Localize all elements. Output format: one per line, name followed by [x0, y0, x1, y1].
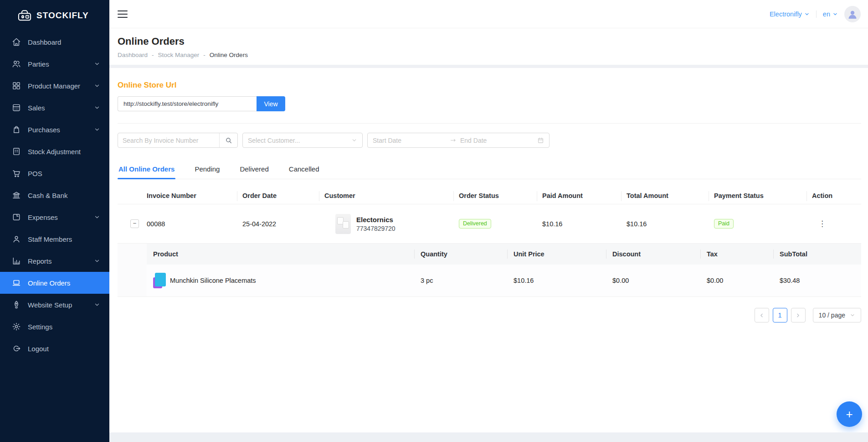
page-header: Online Orders Dashboard - Stock Manager … [109, 28, 868, 65]
sidebar-item-reports[interactable]: Reports [0, 250, 109, 272]
gear-icon [12, 322, 21, 331]
customer-photo [335, 214, 351, 234]
quantity-cell: 3 pc [414, 269, 507, 292]
invoice-number-cell: 00088 [141, 216, 237, 232]
store-url-row: View [118, 96, 861, 111]
tab-cancelled[interactable]: Cancelled [288, 161, 320, 179]
grid-icon [12, 81, 21, 90]
product-thumbnail [153, 273, 166, 288]
sidebar-item-online-orders[interactable]: Online Orders [0, 272, 109, 294]
customer-select[interactable]: Select Customer... [242, 133, 363, 148]
expand-cell: − [118, 215, 141, 233]
brand-logo[interactable]: STOCKIFLY [0, 0, 109, 25]
col-paid-amount: Paid Amount [537, 188, 621, 204]
sidebar-item-parties[interactable]: Parties [0, 53, 109, 75]
customer-name: Electornics [356, 216, 395, 224]
divider [118, 123, 861, 124]
page-size-value: 10 / page [819, 312, 845, 319]
sidebar-item-label: POS [28, 170, 100, 177]
sidebar-item-staff-members[interactable]: Staff Members [0, 228, 109, 250]
sidebar-item-label: Stock Adjustment [28, 148, 100, 156]
invoice-search-input[interactable] [118, 137, 219, 144]
prev-page-button[interactable] [755, 308, 769, 322]
menu-toggle-icon[interactable] [118, 8, 128, 20]
collapse-row-button[interactable]: − [130, 219, 139, 228]
col-tax: Tax [700, 244, 773, 265]
unit-price-cell: $10.16 [507, 269, 606, 292]
row-actions-menu-icon[interactable]: ⋮ [812, 219, 826, 228]
subtotal-cell: $30.48 [773, 269, 861, 292]
page-number-button[interactable]: 1 [773, 308, 787, 322]
action-cell: ⋮ [806, 214, 861, 233]
app: STOCKIFLY Dashboard Parties Product Mana… [0, 0, 868, 442]
search-icon[interactable] [219, 133, 237, 147]
tab-delivered[interactable]: Delivered [239, 161, 269, 179]
sidebar-item-stock-adjustment[interactable]: Stock Adjustment [0, 140, 109, 162]
sidebar-item-dashboard[interactable]: Dashboard [0, 31, 109, 53]
chevron-down-icon [94, 83, 100, 89]
tab-pending[interactable]: Pending [194, 161, 221, 179]
sidebar: STOCKIFLY Dashboard Parties Product Mana… [0, 0, 109, 442]
add-order-fab[interactable]: + [837, 401, 862, 427]
customer-select-placeholder: Select Customer... [248, 137, 300, 144]
person-icon [847, 9, 858, 20]
sidebar-item-label: Staff Members [28, 235, 100, 243]
discount-cell: $0.00 [606, 269, 700, 292]
payment-status-cell: Paid [709, 214, 806, 233]
sidebar-item-pos[interactable]: POS [0, 162, 109, 184]
clipboard-icon [12, 147, 21, 156]
tax-cell: $0.00 [700, 269, 773, 292]
order-status-badge: Delivered [459, 219, 491, 229]
divider [816, 10, 817, 18]
store-selector[interactable]: Electronifly [770, 10, 810, 18]
col-unit-price: Unit Price [507, 244, 606, 265]
date-range-picker[interactable]: Start Date End Date [367, 133, 550, 148]
sidebar-item-expenses[interactable]: Expenses [0, 206, 109, 228]
page-title: Online Orders [118, 36, 860, 47]
user-icon [12, 234, 21, 244]
col-order-status: Order Status [453, 188, 537, 204]
sidebar-item-cash-bank[interactable]: Cash & Bank [0, 184, 109, 206]
language-selector[interactable]: en [823, 10, 838, 18]
filter-bar: Select Customer... Start Date End Date [118, 133, 861, 148]
page-size-select[interactable]: 10 / page [813, 308, 861, 322]
chevron-right-icon [795, 312, 801, 318]
bar-chart-icon [12, 256, 21, 265]
content: Online Store Url View Select Customer... [109, 68, 868, 442]
language-label: en [823, 10, 830, 18]
breadcrumb: Dashboard - Stock Manager - Online Order… [118, 52, 860, 58]
sidebar-item-website-setup[interactable]: Website Setup [0, 294, 109, 316]
breadcrumb-item-dashboard[interactable]: Dashboard [118, 52, 148, 58]
store-url-input[interactable] [118, 96, 257, 111]
chevron-left-icon [759, 312, 765, 318]
sidebar-item-sales[interactable]: Sales [0, 97, 109, 119]
order-status-cell: Delivered [453, 214, 537, 233]
sidebar-item-label: Website Setup [28, 301, 94, 309]
sidebar-item-logout[interactable]: Logout [0, 338, 109, 359]
calendar-icon [537, 137, 544, 144]
sidebar-item-label: Settings [28, 323, 100, 331]
customer-info: Electornics 77347829720 [356, 216, 395, 232]
orders-table-header: Invoice Number Order Date Customer Order… [118, 188, 861, 204]
sidebar-item-label: Reports [28, 257, 94, 265]
sidebar-item-product-manager[interactable]: Product Manager [0, 75, 109, 97]
sales-icon [12, 103, 21, 112]
logout-icon [12, 344, 21, 353]
chevron-down-icon [94, 104, 100, 111]
brand-name: STOCKIFLY [36, 10, 89, 21]
sidebar-item-purchases[interactable]: Purchases [0, 119, 109, 140]
breadcrumb-item-stock-manager[interactable]: Stock Manager [158, 52, 200, 58]
sidebar-item-label: Parties [28, 60, 94, 68]
breadcrumb-separator: - [152, 52, 154, 58]
col-product: Product [147, 244, 414, 265]
customer-phone: 77347829720 [356, 225, 395, 232]
topbar: Electronifly en [109, 0, 868, 28]
chevron-down-icon [94, 61, 100, 67]
next-page-button[interactable] [791, 308, 806, 322]
view-button[interactable]: View [257, 96, 285, 111]
col-invoice-number: Invoice Number [141, 188, 237, 204]
tab-all-online-orders[interactable]: All Online Orders [118, 161, 175, 179]
order-items-subtable: Product Quantity Unit Price Discount Tax… [118, 244, 861, 297]
sidebar-item-settings[interactable]: Settings [0, 316, 109, 338]
user-avatar[interactable] [844, 6, 861, 22]
